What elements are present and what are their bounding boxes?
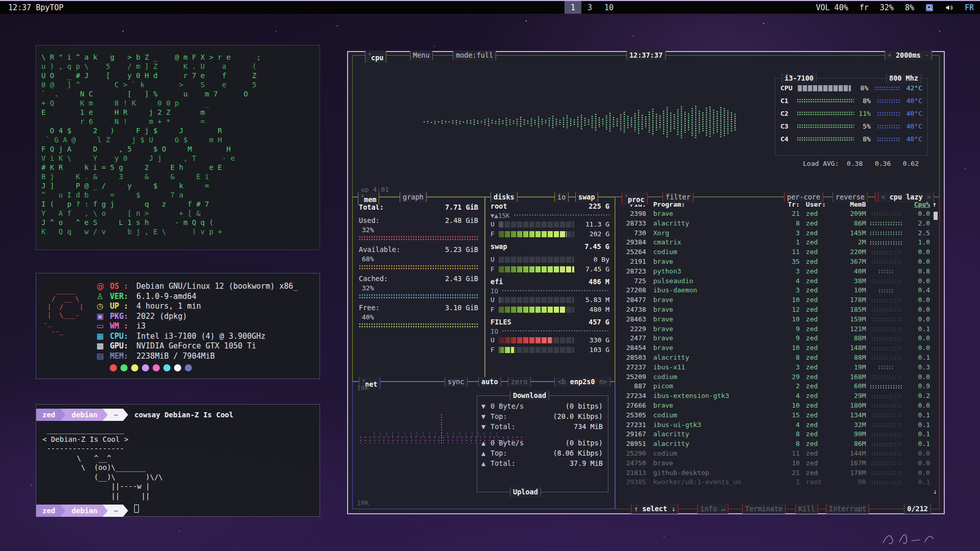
cpu-graph-bar <box>727 110 729 134</box>
process-row[interactable]: 27666 brave 10 zed 180M 0.0 <box>616 401 939 411</box>
disk-used-label: U <box>491 296 499 304</box>
workspace-button[interactable]: 3 <box>581 1 598 14</box>
mem-stat-graph <box>359 265 478 270</box>
process-row[interactable]: 2477 brave 9 zed 88M 0.0 <box>616 334 939 343</box>
process-row[interactable]: 25290 codium 11 zed 144M 0.0 <box>616 449 939 459</box>
process-row[interactable]: 29384 cmatrix 1 zed 2M 1.0 <box>616 238 939 247</box>
process-row[interactable]: 2229 brave 9 zed 121M 0.1 <box>616 324 939 334</box>
proc-sort-selector[interactable]: < cpu lazy > <box>878 192 934 202</box>
info-row-label: OS : <box>110 282 136 292</box>
proc-percore-tab[interactable]: per-core <box>784 192 823 202</box>
menu-button[interactable]: Menu <box>410 51 433 60</box>
mem-stat: Cached:2.43 GiB 32% <box>359 274 478 299</box>
cpu-graph-bar <box>584 117 586 127</box>
info-row-icon: ♙ <box>96 292 110 302</box>
process-row[interactable]: 28951 alacritty 8 zed 86M 0.1 <box>616 439 939 449</box>
process-row[interactable]: 27208 ibus-daemon 3 zed 10M 0.4 <box>616 286 939 295</box>
matrix-line: V i K \ Y y 0 J j , T - e <box>41 154 314 163</box>
disk-io-label: IO <box>491 328 498 335</box>
interrupt-button[interactable]: Interrupt <box>826 504 869 514</box>
matrix-line: ` G A @ l Z j $ U G $ m H <box>41 135 314 144</box>
info-row-label: MEM: <box>110 352 136 362</box>
process-row[interactable]: 27231 ibus-ui-gtk3 4 zed 32M 0.1 <box>616 420 939 430</box>
screenshot-tool-icon[interactable] <box>925 4 934 12</box>
process-row[interactable]: 24750 brave 10 zed 167M 0.0 <box>616 459 939 468</box>
process-row[interactable]: 28503 alacritty 8 zed 88M 0.1 <box>616 353 939 363</box>
cpu-graph-bar <box>423 121 426 123</box>
cpu-box-title[interactable]: ¹cpu <box>365 51 386 63</box>
process-row[interactable]: 21813 github-desktop 21 zed 178M 0.0 <box>616 468 939 478</box>
info-row-label: PKG: <box>110 312 136 322</box>
net-zero-tab[interactable]: zero <box>508 377 531 387</box>
process-row[interactable]: 28463 brave 10 zed 159M 0.0 <box>616 315 939 324</box>
scrollbar-thumb[interactable] <box>934 212 938 220</box>
cpu-graph-bar <box>602 118 604 126</box>
cpu-graph-bar <box>437 121 440 123</box>
proc-reverse-tab[interactable]: reverse <box>832 192 868 202</box>
process-row[interactable]: 27234 ibus-extension-gtk3 4 zed 29M 0.2 <box>616 391 939 401</box>
prompt-user: zed <box>36 409 60 421</box>
mem-stat: Used:2.48 GiB 32% <box>359 216 478 241</box>
cpu-graph-bar <box>427 120 429 123</box>
cpu-graph-bar <box>716 111 719 133</box>
wallpaper-stars <box>0 0 1 1</box>
process-row[interactable]: 2398 brave 21 zed 209M 0.0 <box>616 209 939 219</box>
cpu-graph-bar <box>713 109 715 135</box>
kill-button[interactable]: Kill <box>795 504 818 514</box>
process-row[interactable]: 28477 brave 10 zed 178M 0.0 <box>616 295 939 305</box>
clock: 12:37:37 <box>626 51 666 60</box>
process-row[interactable]: 25209 codium 29 zed 168M 0.0 <box>616 372 939 382</box>
proc-box-title[interactable]: ⁴proc <box>622 192 648 205</box>
workspace-button[interactable]: 10 <box>598 1 620 14</box>
net-auto-tab[interactable]: auto <box>478 377 501 387</box>
process-row[interactable]: 28454 brave 10 zed 148M 0.0 <box>616 343 939 353</box>
terminal-cursor[interactable] <box>134 505 139 513</box>
system-info-list: @OS :Debian GNU/Linux 12 (bookworm) x86_… <box>96 282 298 361</box>
net-interface-switcher[interactable]: <b enp2s0 n> <box>554 377 610 387</box>
matrix-line: I ( p ? : f g j q z f # 7 <box>41 199 314 209</box>
refresh-interval-control[interactable]: + 2000ms - <box>885 51 932 60</box>
process-row[interactable]: 28733 alacritty 8 zed 86M 2.0 <box>616 219 939 229</box>
disk-section: root225 G ▼▲15K U 11.3 G F 202 G <box>491 202 609 239</box>
process-row[interactable]: 725 pulseaudio 4 zed 38M 0.0 <box>616 277 939 286</box>
process-cpu-graph <box>878 269 894 273</box>
process-row[interactable]: 27237 ibus-x11 3 zed 19M 0.3 <box>616 363 939 372</box>
workspace-button[interactable]: 1 <box>565 1 581 14</box>
mode-toggle[interactable]: mode:full <box>453 51 496 60</box>
process-row[interactable]: 29167 alacritty 8 zed 90M 0.1 <box>616 430 939 439</box>
scroll-down-icon[interactable]: ↓ <box>933 488 937 495</box>
proc-filter-tab[interactable]: filter <box>663 192 694 202</box>
core-row: C3 5% 40°C <box>780 120 922 133</box>
process-row[interactable]: 24738 brave 12 zed 185M 0.0 <box>616 305 939 315</box>
process-row[interactable]: 887 picom 2 zed 60M 0.9 <box>616 382 939 391</box>
disks-box-title[interactable]: disks <box>491 192 518 202</box>
net-sync-tab[interactable]: sync <box>445 377 468 387</box>
select-control[interactable]: ↑ select ↓ <box>631 504 678 514</box>
mem-graph-tab[interactable]: graph <box>400 192 427 202</box>
process-row[interactable]: 25305 codium 15 zed 134M 0.1 <box>616 411 939 420</box>
matrix-line: J ^ o ^ e S L 1 s h - m Q q ( <box>41 218 314 227</box>
process-cpu-graph <box>870 221 902 226</box>
language-indicator[interactable]: FR <box>965 3 974 12</box>
shell-prompt: zed debian ~ <box>36 505 320 517</box>
info-button[interactable]: info ↵ <box>697 504 728 514</box>
process-row[interactable]: 730 Xorg 3 zed 145M 2.5 <box>616 229 939 238</box>
process-row[interactable]: 29385 kworker/u8:1-events_un 1 root 0B 0… <box>616 478 939 487</box>
mem-box-title[interactable]: ²mem <box>358 192 379 205</box>
process-cpu-graph <box>871 298 901 303</box>
palette-dot <box>153 364 160 371</box>
mem-stat-percent: 40% <box>359 313 478 321</box>
core-rows: CPU 8% 42°C C1 8% 40°C <box>780 82 922 145</box>
process-row[interactable]: 2191 brave 35 zed 367M 0.0 <box>616 257 939 267</box>
speaker-icon[interactable] <box>945 4 953 12</box>
info-row-icon: ◷ <box>96 302 110 312</box>
disks-io-tab[interactable]: io <box>554 192 569 202</box>
terminate-button[interactable]: Terminate <box>742 504 786 514</box>
disks-swap-tab[interactable]: swap <box>575 192 598 202</box>
process-row[interactable]: 28723 python3 3 zed 40M 0.8 <box>616 267 939 277</box>
cpu-graph-bar <box>627 115 629 129</box>
matrix-line: Y A f , \ o [ n > + [ & <box>41 209 314 218</box>
prompt-host: debian <box>65 505 103 517</box>
cpu-graph-bar <box>480 120 483 123</box>
process-row[interactable]: 25264 codium 11 zed 220M 0.0 <box>616 247 939 257</box>
